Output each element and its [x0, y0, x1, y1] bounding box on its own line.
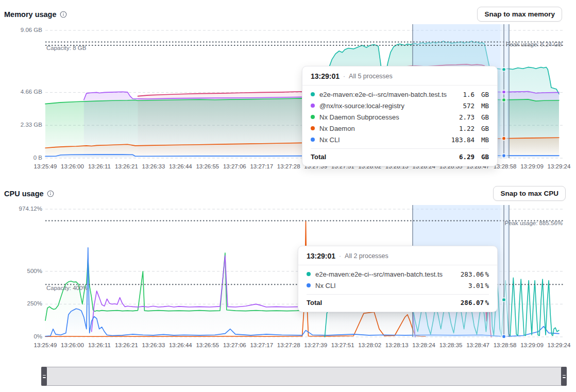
x-tick-label: 13:29:24: [548, 342, 571, 348]
process-value: 183.84: [451, 136, 475, 144]
x-tick-label: 13:26:00: [61, 163, 84, 169]
x-tick-label: 13:26:44: [169, 163, 192, 169]
tooltip-subtitle: All 2 processes: [345, 252, 388, 260]
tooltip-time: 13:29:01: [307, 252, 335, 260]
cpu-tooltip-total: Total 286.07%: [307, 294, 489, 312]
x-tick-label: 13:28:47: [466, 342, 489, 348]
hover-point: [502, 67, 505, 71]
hover-point: [502, 137, 505, 140]
x-tick-label: 13:26:55: [196, 342, 219, 348]
tooltip-process-row: Nx CLI3.01%: [307, 280, 489, 291]
process-value: 572: [463, 102, 475, 110]
process-name: @nx/nx-source:local-registry: [319, 102, 458, 110]
x-tick-label: 13:29:09: [520, 163, 544, 169]
process-value: 283.06: [461, 270, 484, 278]
hover-point: [502, 298, 505, 301]
cpu-tooltip-header: 13:29:01 · All 2 processes: [298, 246, 497, 265]
cpu-capacity-label: Capacity: 400%: [46, 285, 88, 291]
cpu-peak-label: Peak usage: 885.56%: [504, 220, 563, 226]
memory-tooltip-header: 13:29:01 · All 5 processes: [302, 66, 497, 86]
series-color-dot: [307, 283, 311, 287]
x-tick-label: 13:26:11: [88, 342, 111, 348]
x-tick-label: 13:27:06: [223, 163, 246, 169]
tooltip-process-row: Nx Daemon Subprocesses2.73GB: [311, 111, 489, 123]
y-tick-label: 2.33 GB: [10, 122, 42, 128]
range-handle-left[interactable]: [41, 367, 47, 386]
x-tick-label: 13:26:33: [142, 342, 165, 348]
snap-to-max-cpu-button[interactable]: Snap to max CPU: [493, 186, 566, 201]
tooltip-process-row: e2e-maven:e2e-ci--src/maven-batch.test.t…: [307, 268, 489, 280]
series-color-dot: [307, 272, 311, 276]
x-tick-label: 13:26:33: [142, 163, 165, 169]
tooltip-subtitle: All 5 processes: [349, 73, 393, 80]
x-tick-label: 13:26:11: [88, 163, 111, 169]
x-tick-label: 13:27:06: [223, 342, 246, 348]
x-tick-label: 13:28:02: [358, 342, 381, 348]
y-tick-label: 0%: [10, 333, 42, 339]
x-tick-label: 13:25:49: [34, 163, 57, 169]
x-tick-label: 13:28:13: [385, 342, 409, 348]
x-tick-label: 13:27:39: [304, 342, 327, 348]
x-tick-label: 13:29:09: [520, 342, 544, 348]
x-tick-label: 13:26:00: [61, 342, 84, 348]
memory-section-header: Memory usage: [4, 10, 67, 19]
process-unit: %: [484, 282, 489, 289]
info-icon[interactable]: [47, 190, 54, 197]
cpu-x-axis: 13:25:4913:26:0013:26:1113:26:2113:26:33…: [0, 342, 576, 350]
process-value: 1.6: [463, 91, 475, 98]
info-icon[interactable]: [60, 11, 67, 18]
y-tick-label: 9.06 GB: [10, 27, 42, 33]
tooltip-process-row: Nx Daemon1.22GB: [311, 123, 489, 134]
total-label: Total: [311, 153, 459, 161]
x-tick-label: 13:27:17: [250, 163, 273, 169]
tooltip-time: 13:29:01: [311, 72, 340, 80]
process-name: e2e-maven:e2e-ci--src/maven-batch.test.t…: [319, 91, 458, 98]
total-unit: %: [484, 299, 489, 306]
x-tick-label: 13:27:28: [277, 342, 300, 348]
tooltip-process-row: @nx/nx-source:local-registry572MB: [311, 100, 489, 111]
process-name: Nx Daemon: [319, 125, 454, 132]
timeline-range-slider[interactable]: [41, 367, 567, 386]
range-handle-right[interactable]: [561, 367, 567, 386]
process-unit: GB: [476, 125, 489, 132]
x-tick-label: 13:28:35: [439, 342, 463, 348]
process-unit: %: [484, 270, 489, 278]
process-name: Nx Daemon Subprocesses: [319, 113, 454, 121]
memory-tooltip: 13:29:01 · All 5 processes e2e-maven:e2e…: [302, 66, 498, 166]
y-tick-label: 0 B: [10, 155, 42, 161]
memory-tooltip-total: Total 6.29GB: [311, 148, 489, 166]
memory-title: Memory usage: [4, 10, 57, 19]
process-profiler-page: { "memory_section": { "title": "Memory u…: [0, 0, 576, 392]
x-tick-label: 13:29:24: [548, 163, 571, 169]
process-unit: GB: [476, 113, 489, 121]
x-tick-label: 13:26:55: [196, 163, 219, 169]
process-unit: MB: [476, 102, 489, 110]
tooltip-separator: ·: [343, 73, 345, 80]
process-name: Nx CLI: [315, 282, 464, 289]
series-color-dot: [311, 92, 315, 96]
process-value: 1.22: [459, 125, 475, 132]
tooltip-process-row: e2e-maven:e2e-ci--src/maven-batch.test.t…: [311, 89, 489, 100]
total-label: Total: [307, 299, 461, 306]
total-value: 6.29: [459, 153, 475, 161]
process-unit: GB: [476, 91, 489, 98]
hover-point: [502, 90, 505, 94]
memory-capacity-label: Capacity: 8 GB: [46, 45, 86, 51]
process-unit: MB: [476, 136, 489, 144]
x-tick-label: 13:28:58: [494, 342, 517, 348]
series-color-dot: [311, 104, 315, 108]
series-color-dot: [311, 115, 315, 119]
series-color-dot: [311, 126, 315, 130]
memory-peak-label: Peak usage: 8.24 GB: [506, 41, 562, 47]
y-tick-label: 974.12%: [10, 206, 42, 212]
hover-point: [502, 335, 505, 338]
x-tick-label: 13:27:28: [277, 163, 300, 169]
process-value: 2.73: [459, 113, 475, 121]
process-name: Nx CLI: [319, 136, 447, 144]
x-tick-label: 13:27:51: [331, 342, 354, 348]
cpu-title: CPU usage: [4, 190, 44, 198]
x-tick-label: 13:26:21: [115, 163, 138, 169]
snap-to-max-memory-button[interactable]: Snap to max memory: [477, 7, 562, 22]
y-tick-label: 500%: [10, 268, 42, 274]
x-tick-label: 13:27:17: [250, 342, 273, 348]
